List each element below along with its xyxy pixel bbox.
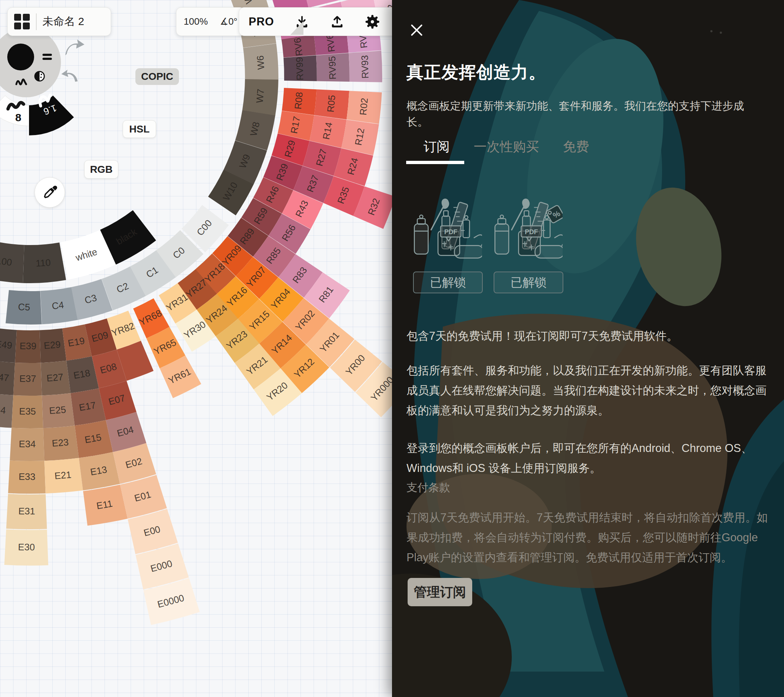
copic-color-wheel[interactable]: 100110whiteblackC5C4C3C2C1C0C00W10W9W8W7… xyxy=(0,0,392,697)
mode-hsl-button[interactable]: HSL xyxy=(123,120,156,138)
divider xyxy=(36,13,37,30)
settings-gear-icon[interactable] xyxy=(365,15,380,29)
zoom-angle-card[interactable]: 100% ∡0° xyxy=(176,7,245,36)
art-supplies-illustration: PDF xyxy=(413,195,482,264)
swatch-label: E23 xyxy=(51,437,69,449)
app-screen: 100110whiteblackC5C4C3C2C1C0C00W10W9W8W7… xyxy=(0,0,784,697)
swatch-label: E33 xyxy=(18,471,36,482)
payment-terms-heading: 支付条款 xyxy=(407,480,450,495)
manage-subscription-button[interactable]: 管理订阅 xyxy=(408,578,472,606)
swatch-label: E44 xyxy=(0,403,6,416)
document-card[interactable]: 未命名 2 xyxy=(7,7,111,36)
swatch-label: R02 xyxy=(357,98,370,116)
toolbar-fold-indicator xyxy=(290,21,303,35)
angle-value: ∡0° xyxy=(220,16,237,27)
swatch-label: RV95 xyxy=(327,56,338,79)
swatch-label: C5 xyxy=(18,301,30,313)
unlocked-button[interactable]: 已解锁 xyxy=(494,272,563,293)
undo-icon[interactable] xyxy=(61,70,78,82)
eyedropper-button[interactable] xyxy=(35,177,65,208)
swatch-label: E21 xyxy=(54,469,72,481)
payment-terms-body: 订阅从7天免费试用开始。7天免费试用结束时，将自动扣除首次费用。如果成功扣费，将… xyxy=(407,508,769,567)
tab-subscribe[interactable]: 订阅 xyxy=(423,138,450,156)
plan-tabs: 订阅一次性购买免费 xyxy=(392,138,589,156)
eyedropper-icon xyxy=(42,185,58,200)
size-label: 8 xyxy=(15,112,21,124)
unlocked-button[interactable]: 已解锁 xyxy=(413,272,483,293)
current-color-swatch[interactable] xyxy=(7,44,34,71)
size-wedge[interactable] xyxy=(0,96,29,126)
mode-rgb-button[interactable]: RGB xyxy=(84,160,118,179)
tool-wheel[interactable] xyxy=(0,28,61,97)
swatch-label: RV99 xyxy=(294,57,306,81)
devices-paragraph: 登录到您的概念画板帐户后，即可在您所有的Android、Chrome OS、Wi… xyxy=(407,438,769,478)
swatch-label: RV93 xyxy=(359,55,371,79)
swatch-label: E35 xyxy=(19,406,36,417)
swatch-label: E37 xyxy=(19,373,36,384)
panel-title: 真正发挥创造力。 xyxy=(407,61,546,84)
swatch-label: W6 xyxy=(255,55,267,70)
swatch-label: E25 xyxy=(49,404,66,416)
swatch-label: 110 xyxy=(35,257,51,269)
art-supplies-discount-illustration: PDF % xyxy=(494,195,563,264)
main-toolbar: PRO ? xyxy=(239,7,418,36)
opacity-halfmoon-icon[interactable] xyxy=(35,71,44,81)
swatch-label: E30 xyxy=(18,542,35,552)
svg-text:PDF: PDF xyxy=(525,228,538,236)
swatch-label: E27 xyxy=(46,371,64,384)
swatch-label: W7 xyxy=(254,89,266,104)
mode-copic-button[interactable]: COPIC xyxy=(135,68,179,85)
subscription-panel: 真正发挥创造力。 概念画板定期更新带来新功能、套件和服务。我们在您的支持下进步成… xyxy=(392,0,784,697)
swatch-label: C4 xyxy=(51,299,64,311)
swatch-label: E34 xyxy=(19,438,36,450)
tab-one-time-purchase[interactable]: 一次性购买 xyxy=(474,138,539,156)
svg-text:PDF: PDF xyxy=(444,228,457,236)
redo-icon[interactable] xyxy=(65,40,84,56)
swatch-label: R05 xyxy=(325,94,337,112)
swatch-label: R08 xyxy=(293,91,305,110)
gallery-grid-icon[interactable] xyxy=(14,14,30,30)
discount-tag-icon: % xyxy=(546,205,563,224)
swatch-label: E47 xyxy=(0,371,10,383)
panel-subtitle: 概念画板定期更新带来新功能、套件和服务。我们在您的支持下进步成长。 xyxy=(407,98,759,130)
export-icon[interactable] xyxy=(330,15,344,29)
zoom-value: 100% xyxy=(184,16,208,27)
pro-button[interactable]: PRO xyxy=(249,15,274,28)
close-icon[interactable] xyxy=(408,22,425,38)
trial-line: 包含7天的免费试用！现在订阅即可7天免费试用软件。 xyxy=(407,326,769,346)
document-title: 未命名 2 xyxy=(43,14,84,29)
swatch-label: E49 xyxy=(0,338,13,351)
swatch-label: E39 xyxy=(20,341,37,351)
swatch-label: 100 xyxy=(0,255,13,268)
benefits-paragraph: 包括所有套件、服务和功能，以及我们正在开发的新功能。更有团队客服成员真人在线帮您… xyxy=(407,361,769,420)
active-tab-underline xyxy=(406,161,464,164)
tab-free[interactable]: 免费 xyxy=(563,138,589,156)
swatch-label: E29 xyxy=(44,339,61,351)
swatch-label: E31 xyxy=(18,506,35,517)
